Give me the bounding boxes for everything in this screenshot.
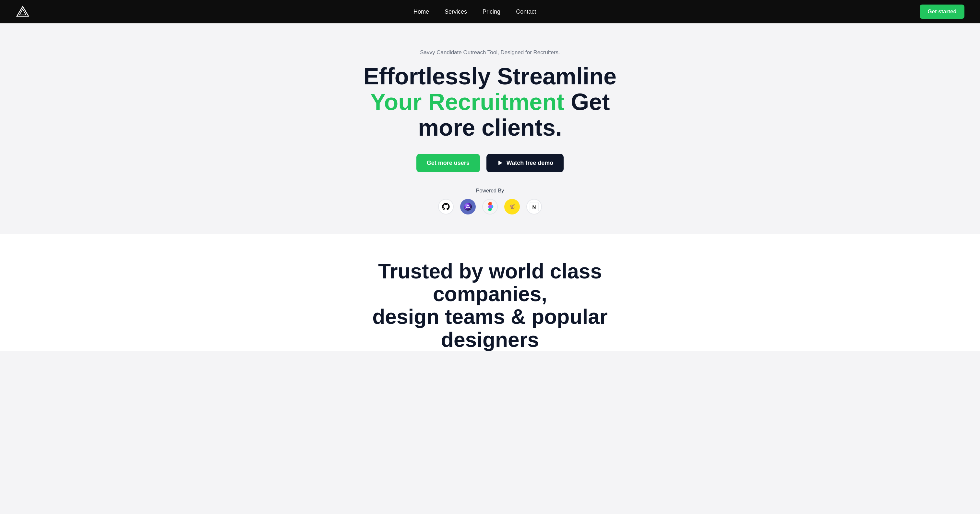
nav-link-pricing[interactable]: Pricing: [482, 8, 500, 15]
navbar: Home Services Pricing Contact Get starte…: [0, 0, 980, 23]
nav-link-services[interactable]: Services: [445, 8, 467, 15]
bottom-headline: Trusted by world class companies, design…: [344, 260, 636, 351]
svg-text:N: N: [533, 204, 536, 209]
hero-section: Savvy Candidate Outreach Tool, Designed …: [0, 23, 980, 234]
nav-item-home[interactable]: Home: [414, 8, 429, 15]
nav-item-services[interactable]: Services: [445, 8, 467, 15]
watch-free-demo-button[interactable]: Watch free demo: [487, 154, 563, 172]
github-icon: [438, 199, 454, 214]
notion-icon: N: [526, 199, 542, 214]
hero-headline-black1: Effortlessly Streamline: [364, 63, 616, 89]
mailchimp-icon: 🐒: [504, 199, 520, 214]
hero-buttons: Get more users Watch free demo: [417, 154, 563, 172]
bottom-section: Trusted by world class companies, design…: [0, 234, 980, 351]
play-icon: [497, 160, 503, 166]
nav-item-contact[interactable]: Contact: [516, 8, 536, 15]
hero-headline-green: Your Recruitment: [370, 89, 565, 115]
powered-by-label: Powered By: [476, 188, 504, 194]
svg-marker-2: [498, 161, 502, 165]
bottom-headline-line2: design teams & popular designers: [372, 305, 608, 351]
logo-icon: [16, 5, 30, 19]
watch-free-demo-label: Watch free demo: [506, 160, 553, 166]
get-started-button[interactable]: Get started: [920, 5, 964, 19]
linear-icon: [460, 199, 476, 214]
nav-link-contact[interactable]: Contact: [516, 8, 536, 15]
logo[interactable]: [16, 5, 30, 19]
svg-text:🐒: 🐒: [509, 204, 515, 210]
figma-icon: [482, 199, 498, 214]
hero-headline: Effortlessly Streamline Your Recruitment…: [350, 64, 630, 141]
nav-item-pricing[interactable]: Pricing: [482, 8, 500, 15]
brand-icons-row: 🐒 N: [438, 199, 542, 214]
hero-tagline: Savvy Candidate Outreach Tool, Designed …: [420, 49, 560, 56]
get-more-users-button[interactable]: Get more users: [417, 154, 480, 172]
powered-by-section: Powered By: [438, 188, 542, 214]
bottom-headline-line1: Trusted by world class companies,: [378, 260, 602, 306]
nav-links: Home Services Pricing Contact: [414, 8, 536, 15]
nav-link-home[interactable]: Home: [414, 8, 429, 15]
